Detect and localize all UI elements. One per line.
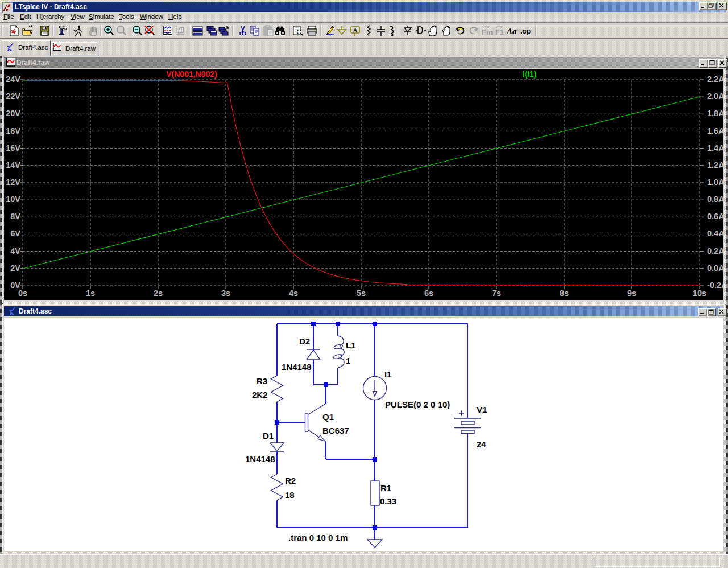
svg-text:2V: 2V (10, 264, 20, 273)
svg-text:4s: 4s (289, 289, 298, 298)
svg-text:D2: D2 (299, 336, 310, 346)
svg-text:V(N001,N002): V(N001,N002) (166, 69, 217, 79)
svg-text:PULSE(0 2 0 10): PULSE(0 2 0 10) (385, 400, 450, 409)
svg-text:A: A (353, 27, 357, 33)
svg-text:1.6A: 1.6A (707, 126, 723, 135)
svg-text:9s: 9s (627, 289, 636, 298)
svg-text:1.4A: 1.4A (707, 143, 723, 153)
svg-text:14V: 14V (6, 160, 20, 170)
svg-text:10V: 10V (6, 195, 20, 204)
svg-text:L1: L1 (346, 340, 356, 350)
svg-text:24: 24 (477, 439, 486, 449)
svg-text:1.2A: 1.2A (707, 160, 723, 170)
svg-text:F: F (495, 28, 500, 36)
svg-text:6s: 6s (424, 289, 433, 298)
svg-text:1s: 1s (86, 289, 95, 298)
svg-text:1: 1 (346, 356, 350, 365)
svg-text:4V: 4V (10, 246, 20, 256)
svg-text:R1: R1 (380, 483, 391, 493)
svg-text:2K2: 2K2 (252, 390, 268, 400)
svg-text:7s: 7s (492, 289, 501, 298)
svg-text:I1: I1 (384, 369, 392, 379)
svg-text:1: 1 (500, 28, 504, 36)
svg-text:0.4A: 0.4A (707, 229, 723, 238)
svg-text:0.2A: 0.2A (707, 246, 723, 256)
svg-text:8s: 8s (560, 289, 569, 298)
svg-text:12V: 12V (6, 178, 20, 187)
svg-text:3s: 3s (221, 289, 230, 298)
svg-text:Fm: Fm (482, 28, 493, 36)
svg-text:0.6A: 0.6A (707, 212, 723, 221)
svg-text:R2: R2 (285, 476, 296, 485)
svg-text:1.8A: 1.8A (707, 109, 723, 118)
svg-text:2.0A: 2.0A (707, 92, 723, 101)
svg-text:5s: 5s (357, 289, 366, 298)
svg-text:18: 18 (285, 490, 295, 500)
svg-text:D1: D1 (263, 431, 274, 441)
svg-text:0s: 0s (18, 289, 27, 298)
svg-text:20V: 20V (6, 109, 20, 118)
svg-text:1.0A: 1.0A (707, 178, 723, 187)
svg-text:8V: 8V (10, 212, 20, 221)
svg-text:22V: 22V (6, 92, 20, 101)
svg-text:Aa: Aa (506, 27, 517, 36)
svg-text:V1: V1 (477, 405, 487, 414)
svg-text:Q1: Q1 (322, 412, 334, 422)
svg-text:2s: 2s (154, 289, 163, 298)
svg-text:0.33: 0.33 (380, 496, 396, 506)
svg-text:R3: R3 (257, 376, 267, 386)
svg-text:-0.2A: -0.2A (707, 281, 723, 290)
svg-text:2.2A: 2.2A (707, 75, 723, 84)
svg-text:.tran 0 10 0 1m: .tran 0 10 0 1m (288, 533, 348, 542)
svg-text:I(I1): I(I1) (523, 69, 537, 79)
svg-text:1N4148: 1N4148 (245, 454, 275, 464)
svg-text:0.0A: 0.0A (707, 264, 723, 273)
svg-text:1N4148: 1N4148 (282, 362, 312, 372)
svg-text:.op: .op (520, 27, 531, 35)
svg-text:18V: 18V (6, 126, 20, 135)
svg-text:0.8A: 0.8A (707, 195, 723, 204)
svg-text:16V: 16V (6, 143, 20, 153)
svg-text:6V: 6V (10, 229, 20, 238)
svg-text:10s: 10s (693, 289, 706, 298)
svg-text:BC637: BC637 (322, 426, 349, 435)
svg-text:24V: 24V (6, 75, 20, 84)
